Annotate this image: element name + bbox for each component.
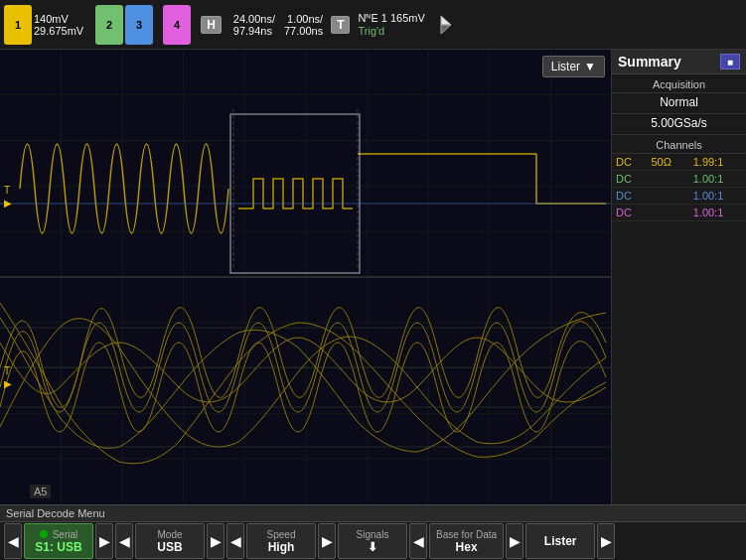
channel-row-2: DC 1.00:1	[612, 171, 746, 188]
mode-button[interactable]: Mode USB	[135, 523, 205, 559]
ch4-dc: DC	[612, 205, 647, 221]
bottom-bar: Serial Decode Menu ◀ Serial S1: USB ▶ ◀ …	[0, 504, 746, 560]
channels-table: DC 50Ω 1.99:1 DC 1.00:1 DC 1.00:1 DC	[612, 154, 746, 221]
ch2-dc: DC	[612, 171, 647, 188]
ch3-dc: DC	[612, 188, 647, 205]
panel-title-bar: Summary ■	[612, 50, 746, 74]
channel-2-number: 2	[106, 19, 112, 31]
mode-arrow-right[interactable]: ▶	[207, 523, 224, 559]
base-main-label: Hex	[456, 540, 478, 554]
trig-icon	[429, 15, 453, 35]
lister-main-label: Lister	[544, 534, 577, 548]
channel-row-1: DC 50Ω 1.99:1	[612, 154, 746, 171]
ch3-ohm	[647, 188, 688, 205]
ch1-bot-value: 29.675mV	[34, 25, 83, 37]
panel-title: Summary	[618, 54, 681, 70]
time-section: 24.00ns/ 1.00ns/ 97.94ns 77.00ns	[233, 13, 323, 37]
ch4-ratio: 1.00:1	[689, 205, 746, 221]
serial-arrow-right[interactable]: ▶	[95, 523, 113, 559]
channels-label: Channels	[612, 135, 746, 154]
panel-icon[interactable]: ■	[720, 54, 740, 70]
lister-arrow-right[interactable]: ▶	[597, 523, 615, 559]
main-area: ▶ T ▶ T Lister ▼ A5 Summary ■ Acquisitio…	[0, 50, 746, 504]
channel-4-number: 4	[174, 19, 180, 31]
svg-text:▶: ▶	[4, 378, 12, 389]
lister-label: Lister	[551, 60, 580, 73]
time-top-left: 24.00ns/	[233, 13, 275, 25]
acquisition-label: Acquisition	[612, 74, 746, 93]
base-arrow-left[interactable]: ◀	[409, 523, 427, 559]
grid-canvas: ▶ T ▶ T	[0, 50, 611, 504]
ch2-ratio: 1.00:1	[689, 171, 746, 188]
channel-3-number: 3	[136, 19, 142, 31]
signals-top-label: Signals	[357, 529, 389, 540]
trig-section: NᴺE 1 165mV Trig'd	[358, 12, 424, 37]
ch4-ohm	[647, 205, 688, 221]
ch1-top-value: 140mV	[34, 13, 83, 25]
svg-marker-1	[441, 25, 451, 34]
svg-marker-0	[441, 16, 451, 25]
trig-bot: Trig'd	[358, 25, 384, 37]
mode-top-label: Mode	[157, 529, 182, 540]
svg-text:▶: ▶	[4, 198, 12, 209]
speed-top-label: Speed	[267, 529, 296, 540]
serial-top-label: Serial	[53, 529, 78, 540]
time-bot-right: 77.00ns	[284, 25, 323, 37]
toolbar-buttons: ◀ Serial S1: USB ▶ ◀ Mode USB ▶ ◀ Speed …	[0, 522, 746, 560]
mode-main-label: USB	[157, 540, 182, 554]
osc-display: ▶ T ▶ T Lister ▼ A5	[0, 50, 612, 504]
trig-top: NᴺE 1 165mV	[358, 12, 424, 25]
speed-arrow-right[interactable]: ▶	[318, 523, 336, 559]
channel-3-badge[interactable]: 3	[125, 5, 153, 45]
signals-down-icon: ⬇	[368, 540, 377, 554]
gsa-value: 5.00GSa/s	[612, 114, 746, 135]
h-badge: H	[201, 16, 222, 34]
channel-row-3: DC 1.00:1	[612, 188, 746, 205]
speed-arrow-left[interactable]: ◀	[226, 523, 244, 559]
speed-button[interactable]: Speed High	[246, 523, 316, 559]
mode-arrow-left[interactable]: ◀	[115, 523, 133, 559]
ch1-ohm: 50Ω	[647, 154, 688, 171]
lister-toolbar-button[interactable]: Lister	[525, 523, 595, 559]
decode-menu-label: Serial Decode Menu	[0, 505, 746, 522]
channel-1-number: 1	[15, 19, 21, 31]
acquisition-value: Normal	[612, 93, 746, 114]
channel-row-4: DC 1.00:1	[612, 205, 746, 221]
speed-main-label: High	[268, 540, 295, 554]
channel-1-reading: 140mV 29.675mV	[34, 13, 83, 37]
base-button[interactable]: Base for Data Hex	[429, 523, 504, 559]
channel-2-badge[interactable]: 2	[95, 5, 123, 45]
ch1-ratio: 1.99:1	[689, 154, 746, 171]
lister-chevron-icon: ▼	[584, 60, 596, 73]
t-badge: T	[331, 16, 350, 34]
ch1-dc: DC	[612, 154, 647, 171]
serial-button[interactable]: Serial S1: USB	[24, 523, 93, 559]
serial-active-indicator	[40, 530, 48, 538]
header-bar: 1 140mV 29.675mV 2 3 4 H 24.00ns/ 1.00ns…	[0, 0, 746, 50]
base-top-label: Base for Data	[436, 529, 497, 540]
trig-icon-container	[429, 15, 453, 35]
base-arrow-right[interactable]: ▶	[506, 523, 523, 559]
channel-4-badge[interactable]: 4	[163, 5, 191, 45]
serial-main-label: S1: USB	[35, 540, 81, 554]
serial-arrow-left[interactable]: ◀	[4, 523, 22, 559]
svg-text:T: T	[4, 185, 10, 196]
time-bot-left: 97.94ns	[233, 25, 272, 37]
a5-label: A5	[30, 485, 51, 498]
signals-button[interactable]: Signals ⬇	[338, 523, 407, 559]
ch3-ratio: 1.00:1	[689, 188, 746, 205]
channel-1-badge[interactable]: 1	[4, 5, 32, 45]
time-top-right: 1.00ns/	[287, 13, 323, 25]
ch2-ohm	[647, 171, 688, 188]
right-panel: Summary ■ Acquisition Normal 5.00GSa/s C…	[612, 50, 746, 504]
panel-icon-symbol: ■	[727, 57, 733, 68]
lister-button[interactable]: Lister ▼	[542, 56, 605, 77]
svg-text:T: T	[4, 365, 10, 376]
